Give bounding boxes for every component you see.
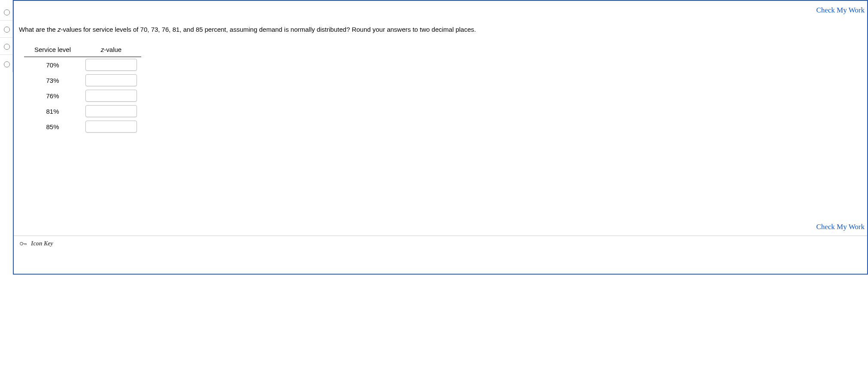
table-header-z-value: z-value [81,43,141,57]
check-my-work-link-bottom[interactable]: Check My Work [816,223,865,231]
main-panel: Check My Work What are the z-values for … [13,0,868,275]
z-value-input-73[interactable] [85,74,137,86]
table-row: 81% [24,103,141,119]
key-icon [20,241,27,246]
side-radio-column [0,0,13,72]
table-row: 70% [24,57,141,73]
icon-key-label: Icon Key [31,240,53,247]
check-my-work-bottom-container: Check My Work [14,220,867,236]
table-row: 85% [24,119,141,134]
icon-key-bar: Icon Key [14,236,867,251]
question-radio-3[interactable] [4,44,10,50]
question-text: What are the z-values for service levels… [14,17,867,36]
table-header-service-level: Service level [24,43,81,57]
service-level-cell: 73% [24,73,81,88]
question-text-post: -values for service levels of 70, 73, 76… [61,26,476,33]
question-text-pre: What are the [19,26,58,33]
question-radio-4[interactable] [4,61,10,67]
check-my-work-link-top[interactable]: Check My Work [816,6,865,14]
answer-table: Service level z-value 70% 73% 76% [24,43,141,134]
service-level-cell: 70% [24,57,81,73]
z-value-input-85[interactable] [85,121,137,133]
question-radio-1[interactable] [4,9,10,15]
service-level-cell: 85% [24,119,81,134]
table-row: 73% [24,73,141,88]
table-header-value-suffix: -value [104,46,121,53]
table-row: 76% [24,88,141,103]
svg-point-0 [20,242,23,245]
question-z-italic: z [58,26,61,33]
service-level-cell: 76% [24,88,81,103]
z-value-input-76[interactable] [85,90,137,102]
check-my-work-top-container: Check My Work [14,1,867,17]
question-radio-2[interactable] [4,27,10,33]
page-wrapper: Check My Work What are the z-values for … [0,0,868,275]
z-value-input-81[interactable] [85,105,137,117]
service-level-cell: 81% [24,103,81,119]
z-value-input-70[interactable] [85,59,137,71]
